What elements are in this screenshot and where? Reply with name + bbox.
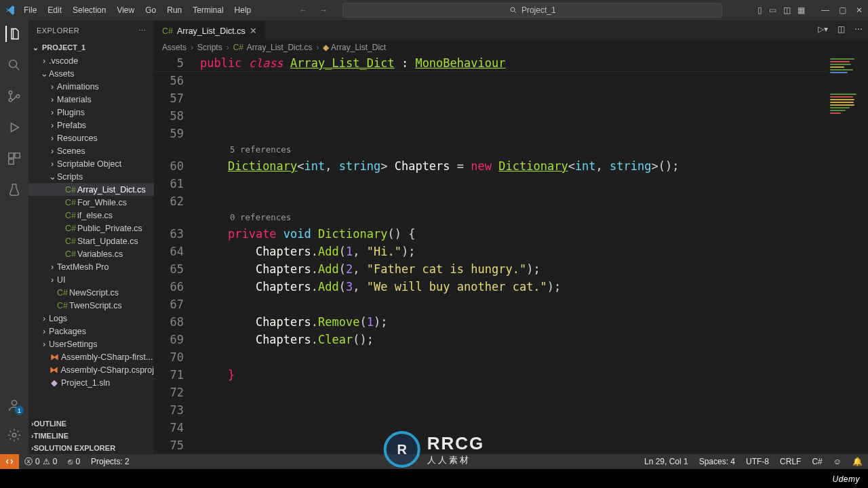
tree-item[interactable]: ›Materials <box>28 93 154 106</box>
status-language[interactable]: C# <box>806 457 827 466</box>
tree-item[interactable]: ›Resources <box>28 131 154 144</box>
code-line[interactable]: Chapters.Remove(1); <box>200 313 868 331</box>
menu-help[interactable]: Help <box>230 3 256 18</box>
status-eol[interactable]: CRLF <box>774 457 806 466</box>
close-icon[interactable]: ✕ <box>856 5 863 15</box>
tree-item[interactable]: C#For_While.cs <box>28 196 154 209</box>
codelens[interactable]: 5 references <box>230 142 868 157</box>
tree-item[interactable]: C#Start_Update.cs <box>28 235 154 247</box>
menu-terminal[interactable]: Terminal <box>188 3 228 18</box>
breadcrumb[interactable]: Assets›Scripts›C# Array_List_Dict.cs›◆ A… <box>154 41 868 54</box>
menu-selection[interactable]: Selection <box>68 3 111 18</box>
tree-item[interactable]: ⌄Scripts <box>28 170 154 183</box>
tree-item[interactable]: ›Animations <box>28 80 154 93</box>
editor-more-icon[interactable]: ⋯ <box>854 24 863 34</box>
code-line[interactable] <box>200 89 868 107</box>
status-bell-icon[interactable]: 🔔 <box>847 457 868 466</box>
code-line[interactable] <box>200 192 868 210</box>
code-line[interactable] <box>200 175 868 192</box>
tree-item[interactable]: C#Public_Private.cs <box>28 222 154 235</box>
status-cursor[interactable]: Ln 29, Col 1 <box>639 457 694 466</box>
source-control-icon[interactable] <box>6 88 22 104</box>
tree-item[interactable]: ›Packages <box>28 325 154 338</box>
status-encoding[interactable]: UTF-8 <box>741 457 774 466</box>
code-editor[interactable]: 5 public class Array_List_Dict : MonoBeh… <box>154 54 868 454</box>
nav-back-icon[interactable]: ← <box>299 5 307 15</box>
menu-view[interactable]: View <box>112 3 139 18</box>
code-line[interactable]: Chapters.Add(2, "Father cat is hungry.")… <box>200 260 868 278</box>
status-port[interactable]: ⎋0 <box>62 457 85 466</box>
tree-item[interactable]: ›.vscode <box>28 54 154 67</box>
minimize-icon[interactable]: — <box>821 5 829 15</box>
layout-secondary-icon[interactable]: ◫ <box>783 5 791 15</box>
account-icon[interactable]: 1 <box>6 397 22 413</box>
tab-active[interactable]: C# Array_List_Dict.cs ✕ <box>154 20 266 41</box>
menu-go[interactable]: Go <box>140 3 161 18</box>
tree-item[interactable]: ◆Project_1.sln <box>28 376 154 389</box>
run-button-icon[interactable]: ▷▾ <box>818 24 828 34</box>
tree-item[interactable]: ›Prefabs <box>28 119 154 131</box>
status-indent[interactable]: Spaces: 4 <box>694 457 741 466</box>
breadcrumb-segment[interactable]: Scripts <box>197 43 222 52</box>
menu-run[interactable]: Run <box>162 3 186 18</box>
code-line[interactable]: Chapters.Clear(); <box>200 331 868 348</box>
tree-item[interactable]: ›Scenes <box>28 144 154 157</box>
panel-timeline[interactable]: › TIMELINE <box>28 430 154 442</box>
code-line[interactable]: Chapters.Add(3, "We will buy another cat… <box>200 278 868 296</box>
code-line[interactable]: Chapters.Add(1, "Hi."); <box>200 243 868 260</box>
code-line[interactable] <box>200 348 868 366</box>
tree-item[interactable]: C#if_else.cs <box>28 209 154 222</box>
menu-file[interactable]: File <box>19 3 41 18</box>
testing-icon[interactable] <box>6 182 22 198</box>
code-line[interactable] <box>200 401 868 419</box>
tree-item[interactable]: C#Array_List_Dict.cs <box>28 183 154 196</box>
run-debug-icon[interactable] <box>6 119 22 136</box>
command-center[interactable]: Project_1 <box>342 3 722 18</box>
code-line[interactable]: } <box>200 366 868 384</box>
nav-forward-icon[interactable]: → <box>319 5 328 15</box>
code-line[interactable] <box>200 125 868 142</box>
tree-item[interactable]: ›Logs <box>28 312 154 325</box>
code-body[interactable]: 5 references Dictionary<int, string> Cha… <box>195 54 868 454</box>
codelens[interactable]: 0 references <box>230 210 868 225</box>
layout-panel-icon[interactable]: ▭ <box>769 5 776 15</box>
tree-item[interactable]: ⧓Assembly-CSharp.csproj <box>28 363 154 376</box>
panel-solution-explorer[interactable]: › SOLUTION EXPLORER <box>28 442 154 454</box>
search-activity-icon[interactable] <box>6 57 22 73</box>
code-line[interactable] <box>200 72 868 89</box>
tree-item[interactable]: ›TextMesh Pro <box>28 260 154 273</box>
tree-item[interactable]: ⧓Assembly-CSharp-first... <box>28 350 154 363</box>
sidebar-more-icon[interactable]: ⋯ <box>138 26 146 35</box>
tree-item[interactable]: ⌄Assets <box>28 67 154 80</box>
maximize-icon[interactable]: ▢ <box>839 5 846 15</box>
layout-primary-icon[interactable]: ▯ <box>757 5 762 15</box>
breadcrumb-segment[interactable]: C# Array_List_Dict.cs <box>233 43 313 52</box>
code-line[interactable] <box>200 419 868 436</box>
extensions-icon[interactable] <box>6 150 22 167</box>
tab-close-icon[interactable]: ✕ <box>250 26 257 36</box>
tree-item[interactable]: C#Variables.cs <box>28 247 154 260</box>
tree-item[interactable]: C#NewScript.cs <box>28 286 154 299</box>
remote-indicator[interactable] <box>0 454 19 469</box>
code-line[interactable] <box>200 296 868 313</box>
tree-item[interactable]: ›UserSettings <box>28 338 154 350</box>
breadcrumb-segment[interactable]: Assets <box>162 43 186 52</box>
explorer-icon[interactable] <box>5 26 22 42</box>
menu-edit[interactable]: Edit <box>43 3 66 18</box>
code-line[interactable] <box>200 107 868 125</box>
tree-item[interactable]: ›UI <box>28 273 154 286</box>
panel-outline[interactable]: › OUTLINE <box>28 418 154 430</box>
layout-customize-icon[interactable]: ▦ <box>797 5 805 15</box>
code-line[interactable] <box>200 436 868 454</box>
code-line[interactable] <box>200 384 868 401</box>
code-line[interactable]: private void Dictionary() { <box>200 225 868 243</box>
settings-gear-icon[interactable] <box>6 427 22 443</box>
tree-item[interactable]: C#TwenScript.cs <box>28 299 154 312</box>
status-feedback-icon[interactable]: ☺ <box>828 457 847 466</box>
code-line[interactable]: Dictionary<int, string> Chapters = new D… <box>200 157 868 175</box>
status-problems[interactable]: ⓧ0 ⚠0 <box>19 456 62 468</box>
breadcrumb-segment[interactable]: ◆ Array_List_Dict <box>323 43 386 52</box>
split-editor-icon[interactable]: ◫ <box>837 24 845 34</box>
project-section[interactable]: ⌄ PROJECT_1 <box>28 41 154 54</box>
status-projects[interactable]: Projects: 2 <box>85 457 135 466</box>
